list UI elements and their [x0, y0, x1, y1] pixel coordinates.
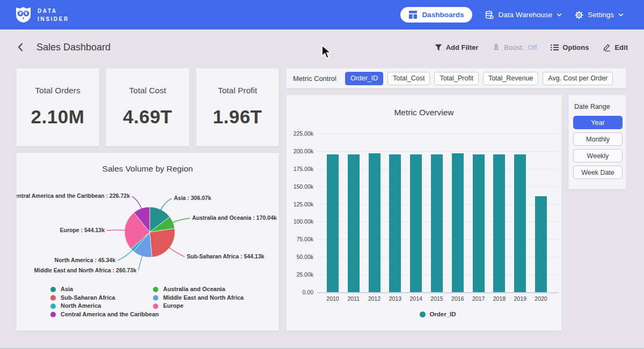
- bar-2018[interactable]: [493, 154, 505, 292]
- data-warehouse-menu[interactable]: Data Warehouse: [485, 11, 562, 19]
- bar-2014[interactable]: [410, 154, 422, 292]
- metric-control-bar: Metric Control Order_IDTotal_CostTotal_P…: [286, 68, 626, 88]
- screen: DATA INSIDER Dashboards: [0, 0, 644, 349]
- pie-label-middle-east-and-north-africa: Middle East and North Africa : 260.73k: [34, 267, 137, 273]
- metric-chip-order-id[interactable]: Order_ID: [345, 72, 383, 85]
- kpi-value: 1.96T: [213, 106, 262, 128]
- pie-leader-line: [172, 218, 190, 222]
- bar-2019[interactable]: [514, 154, 526, 292]
- settings-menu[interactable]: Settings: [575, 11, 624, 19]
- y-axis-tick: 75.00k: [287, 236, 313, 242]
- brand-logo[interactable]: DATA INSIDER: [14, 6, 69, 23]
- chevron-left-icon: [17, 42, 24, 52]
- boost-state: Off: [528, 43, 537, 51]
- x-axis-tick: 2018: [488, 295, 510, 302]
- kpi-card-total-orders: Total Orders 2.10M: [16, 68, 99, 146]
- options-button[interactable]: Options: [551, 43, 589, 51]
- gridline: [317, 151, 559, 152]
- date-range-monthly[interactable]: Monthly: [573, 132, 623, 146]
- metric-chip-avg-cost-per-order[interactable]: Avg. Cost per Order: [543, 72, 613, 85]
- y-axis-tick: 25.00k: [287, 271, 313, 278]
- pie-leader-line: [132, 196, 142, 209]
- pie-legend-sub-saharan-africa[interactable]: Sub-Saharan Africa: [61, 294, 116, 301]
- kpi-value: 4.69T: [123, 106, 172, 128]
- pie-chart: Asia : 306.07kAustralia and Oceania : 17…: [17, 153, 280, 331]
- bar-chart-legend[interactable]: Order_ID: [317, 311, 559, 317]
- legend-dot-icon: [420, 311, 426, 317]
- metric-control-label: Metric Control: [293, 75, 336, 83]
- pie-legend-australia-and-oceania[interactable]: Australia and Oceania: [163, 286, 225, 292]
- pie-leader-line: [169, 248, 185, 257]
- date-range-week-date[interactable]: Week Date: [573, 166, 623, 179]
- bar-2011[interactable]: [348, 154, 360, 292]
- pie-legend-central-america-and-the-caribbean[interactable]: Central America and the Caribbean: [61, 311, 159, 317]
- kpi-label: Total Cost: [129, 86, 166, 95]
- data-warehouse-label: Data Warehouse: [498, 11, 552, 19]
- date-range-label: Date Range: [574, 103, 621, 110]
- pie-leader-line: [107, 230, 125, 231]
- pie-leader-line: [118, 250, 133, 261]
- dashboards-button[interactable]: Dashboards: [400, 7, 472, 23]
- back-button[interactable]: [16, 41, 25, 53]
- x-axis-tick: 2015: [426, 295, 448, 302]
- x-axis-tick: 2016: [447, 295, 469, 302]
- x-axis-tick: 2019: [509, 295, 531, 302]
- bar-2012[interactable]: [369, 153, 380, 292]
- kpi-value: 2.10M: [31, 106, 85, 128]
- metric-chip-total-revenue[interactable]: Total_Revenue: [483, 72, 538, 85]
- pie-slice-sub-saharan-africa[interactable]: [150, 228, 175, 257]
- bar-chart: 225.00k200.00k175.00k150.00k125.00k100.0…: [287, 95, 561, 330]
- y-axis-tick: 225.00k: [287, 130, 313, 137]
- pencil-icon: [603, 43, 611, 51]
- legend-dot-icon: [153, 287, 158, 292]
- add-filter-button[interactable]: Add Filter: [435, 43, 479, 51]
- legend-dot-icon: [50, 303, 56, 309]
- x-axis-tick: 2013: [384, 295, 406, 302]
- boost-label: Boost:: [504, 43, 524, 51]
- pie-label-north-america: North America : 45.34k: [55, 257, 116, 263]
- pie-label-sub-saharan-africa: Sub-Saharan Africa : 544.13k: [187, 253, 264, 259]
- metric-chip-group: Order_IDTotal_CostTotal_ProfitTotal_Reve…: [345, 72, 613, 85]
- rocket-icon: [492, 43, 500, 51]
- pie-legend-north-america[interactable]: North America: [61, 302, 101, 309]
- pie-label-asia: Asia : 306.07k: [174, 195, 211, 201]
- brand-line-1: DATA: [38, 8, 69, 14]
- pie-leader-line: [160, 198, 172, 210]
- kpi-card-total-profit: Total Profit 1.96T: [196, 68, 279, 146]
- date-range-year[interactable]: Year: [573, 116, 623, 129]
- bar-2010[interactable]: [327, 154, 339, 292]
- bar-2013[interactable]: [389, 154, 401, 292]
- bar-2020[interactable]: [535, 196, 547, 292]
- bar-2017[interactable]: [473, 154, 485, 292]
- edit-button[interactable]: Edit: [603, 43, 628, 51]
- date-range-panel: Date Range YearMonthlyWeeklyWeek Date: [568, 95, 626, 189]
- gridline: [317, 133, 559, 134]
- bar-2016[interactable]: [452, 153, 464, 292]
- date-range-weekly[interactable]: Weekly: [573, 149, 623, 162]
- y-axis-tick: 100.00k: [287, 218, 313, 225]
- y-axis-tick: 125.00k: [287, 201, 313, 207]
- pie-legend-asia[interactable]: Asia: [61, 286, 74, 292]
- settings-label: Settings: [588, 11, 614, 19]
- pie-label-europe: Europe : 544.13k: [60, 227, 105, 233]
- legend-dot-icon: [50, 287, 56, 292]
- pie-legend-middle-east-and-north-africa[interactable]: Middle East and North Africa: [163, 294, 244, 301]
- bar-2015[interactable]: [431, 154, 443, 292]
- pie-label-australia-and-oceania: Australia and Oceania : 170.04k: [192, 214, 277, 221]
- x-axis-tick: 2014: [405, 295, 427, 302]
- legend-dot-icon: [153, 295, 158, 301]
- chevron-down-icon: [618, 13, 624, 17]
- legend-label: Order_ID: [429, 311, 456, 317]
- legend-dot-icon: [50, 295, 56, 301]
- page-header: Sales Dashboard Add Filter Boost: Off: [0, 29, 644, 65]
- dashboard-grid-icon: [409, 11, 417, 19]
- pie-legend-europe[interactable]: Europe: [163, 302, 184, 309]
- database-icon: [485, 11, 494, 19]
- y-axis-tick: 150.00k: [287, 183, 313, 190]
- list-icon: [551, 44, 559, 51]
- boost-toggle[interactable]: Boost: Off: [492, 43, 537, 51]
- metric-chip-total-cost[interactable]: Total_Cost: [387, 72, 430, 85]
- metric-chip-total-profit[interactable]: Total_Profit: [434, 72, 479, 85]
- gear-icon: [575, 11, 583, 19]
- y-axis-tick: 0.00: [287, 289, 313, 295]
